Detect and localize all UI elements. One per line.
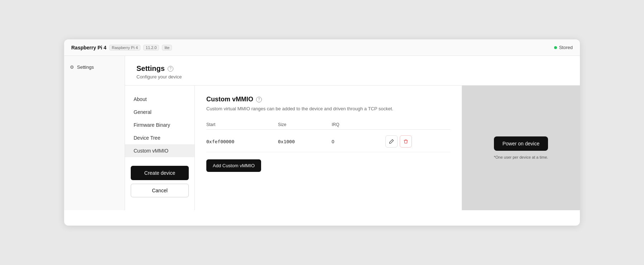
- title-bar: Raspberry Pi 4 Raspberry Pi 4 11.2.0 lit…: [64, 39, 580, 56]
- cell-size: 0x1000: [278, 139, 332, 144]
- col-header-irq: IRQ: [332, 122, 385, 127]
- title-bar-status: Stored: [554, 45, 573, 50]
- settings-help-icon[interactable]: ?: [168, 66, 173, 72]
- sidebar: ⚙ Settings: [64, 56, 125, 210]
- status-label: Stored: [559, 45, 573, 50]
- gear-icon: ⚙: [70, 64, 74, 70]
- cancel-button[interactable]: Cancel: [131, 184, 189, 197]
- cell-start: 0xfef00000: [206, 139, 278, 144]
- row-actions: [385, 135, 450, 148]
- vmmio-help-icon[interactable]: ?: [256, 97, 262, 102]
- col-header-actions: [385, 122, 450, 127]
- vmmio-title: Custom vMMIO: [206, 96, 253, 103]
- col-header-size: Size: [278, 122, 332, 127]
- power-note: *One user per device at a time.: [494, 155, 548, 159]
- col-header-start: Start: [206, 122, 278, 127]
- left-nav: About General Firmware Binary Device Tre…: [125, 86, 195, 210]
- vmmio-title-row: Custom vMMIO ?: [206, 96, 450, 103]
- power-on-button[interactable]: Power on device: [494, 136, 548, 151]
- table-header: Start Size IRQ: [206, 120, 450, 130]
- badge-model: Raspberry Pi 4: [109, 45, 140, 50]
- sidebar-item-settings[interactable]: ⚙ Settings: [64, 62, 125, 73]
- settings-subtitle: Configure your device: [136, 74, 568, 80]
- nav-item-firmware[interactable]: Firmware Binary: [125, 119, 194, 131]
- badge-type: lite: [162, 45, 172, 50]
- nav-item-general[interactable]: General: [125, 106, 194, 119]
- main-content: Settings ? Configure your device About G…: [125, 56, 580, 210]
- title-bar-left: Raspberry Pi 4 Raspberry Pi 4 11.2.0 lit…: [71, 45, 172, 50]
- trash-icon: [403, 139, 408, 144]
- nav-item-device-tree[interactable]: Device Tree: [125, 131, 194, 144]
- nav-item-about[interactable]: About: [125, 93, 194, 106]
- delete-row-button[interactable]: [400, 135, 412, 148]
- add-custom-vmmio-button[interactable]: Add Custom vMMIO: [206, 159, 261, 172]
- window-title: Raspberry Pi 4: [71, 45, 106, 50]
- vmmio-description: Custom virtual MMIO ranges can be added …: [206, 106, 450, 111]
- vmmio-content: Custom vMMIO ? Custom virtual MMIO range…: [195, 86, 462, 210]
- nav-item-custom-vmmio[interactable]: Custom vMMIO: [125, 144, 194, 157]
- badge-version: 11.2.0: [143, 45, 159, 50]
- table-row: 0xfef00000 0x1000 0: [206, 131, 450, 152]
- right-panel: Power on device *One user per device at …: [462, 86, 580, 210]
- edit-row-button[interactable]: [385, 135, 398, 148]
- window-body: ⚙ Settings Settings ? Configure your dev…: [64, 56, 580, 210]
- nav-actions: Create device Cancel: [125, 160, 194, 203]
- content-area: About General Firmware Binary Device Tre…: [125, 86, 580, 210]
- edit-icon: [389, 139, 394, 144]
- settings-title-row: Settings ?: [136, 64, 568, 73]
- status-dot: [554, 46, 557, 49]
- settings-header: Settings ? Configure your device: [125, 56, 580, 86]
- cell-irq: 0: [332, 139, 385, 144]
- main-window: Raspberry Pi 4 Raspberry Pi 4 11.2.0 lit…: [64, 39, 580, 226]
- create-device-button[interactable]: Create device: [131, 166, 189, 180]
- sidebar-settings-label: Settings: [77, 64, 94, 70]
- settings-title: Settings: [136, 64, 165, 73]
